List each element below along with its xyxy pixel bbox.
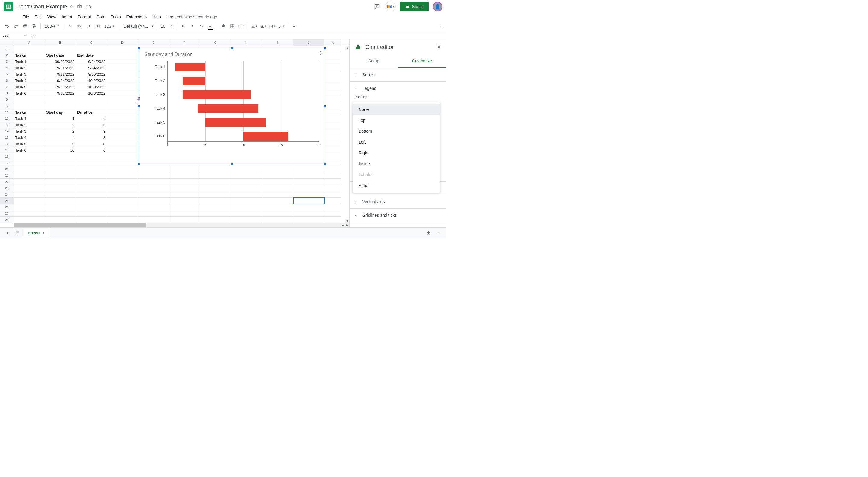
dropdown-option[interactable]: Right [352, 147, 440, 158]
row-header[interactable]: 9 [0, 96, 14, 103]
cell[interactable] [14, 185, 45, 191]
cell[interactable] [324, 109, 341, 116]
dropdown-option[interactable]: None [352, 104, 440, 115]
cell[interactable] [262, 179, 293, 185]
borders-icon[interactable] [228, 22, 236, 30]
tab-setup[interactable]: Setup [350, 55, 398, 68]
sheet-tab[interactable]: Sheet1▼ [24, 229, 49, 237]
resize-handle[interactable] [231, 47, 233, 49]
row-header[interactable]: 2 [0, 52, 14, 59]
resize-handle[interactable] [231, 163, 233, 165]
cell[interactable] [76, 191, 107, 198]
undo-icon[interactable] [3, 22, 11, 30]
spreadsheet-grid[interactable]: ABCDEFGHIJK 12TasksStart dateEnd date3Ta… [0, 39, 350, 227]
meet-button[interactable]: ▾ [385, 2, 396, 11]
cell[interactable] [200, 166, 231, 173]
explore-icon[interactable] [424, 229, 433, 237]
dropdown-option[interactable]: Left [352, 137, 440, 147]
cell[interactable] [324, 191, 341, 198]
cell[interactable] [14, 166, 45, 173]
cell[interactable] [324, 210, 341, 217]
scroll-left-icon[interactable]: ◀ [341, 223, 345, 227]
row-header[interactable]: 13 [0, 122, 14, 128]
cell[interactable] [107, 147, 138, 153]
cell[interactable]: Task 1 [14, 59, 45, 65]
row-header[interactable]: 15 [0, 135, 14, 141]
cell[interactable] [324, 204, 341, 210]
cell[interactable] [231, 179, 262, 185]
row-header[interactable]: 11 [0, 109, 14, 116]
menu-view[interactable]: View [45, 14, 59, 20]
cell[interactable] [293, 198, 324, 204]
dropdown-option[interactable]: Bottom [352, 126, 440, 137]
chart-menu-icon[interactable]: ⋮ [318, 50, 323, 56]
cell[interactable] [324, 147, 341, 153]
row-header[interactable]: 7 [0, 84, 14, 90]
cell[interactable]: 10 [45, 147, 76, 153]
cell[interactable] [324, 179, 341, 185]
cell[interactable] [14, 96, 45, 103]
cell[interactable] [45, 166, 76, 173]
star-icon[interactable]: ☆ [70, 4, 73, 9]
row-header[interactable]: 14 [0, 128, 14, 135]
cell[interactable] [324, 78, 341, 84]
cell[interactable] [262, 191, 293, 198]
cell[interactable] [45, 173, 76, 179]
cell[interactable]: Task 6 [14, 90, 45, 96]
cell[interactable] [169, 185, 200, 191]
cell[interactable] [169, 173, 200, 179]
cell[interactable]: 9/25/2022 [45, 84, 76, 90]
tab-customize[interactable]: Customize [398, 55, 446, 68]
column-header[interactable]: H [231, 39, 262, 46]
cell[interactable]: 9/24/2022 [45, 78, 76, 84]
last-edit-link[interactable]: Last edit was seconds ago [167, 14, 217, 19]
cell[interactable] [107, 65, 138, 71]
resize-handle[interactable] [324, 163, 326, 165]
cell[interactable] [324, 128, 341, 135]
more-icon[interactable]: ⋯ [290, 22, 299, 30]
row-header[interactable]: 4 [0, 65, 14, 71]
cell[interactable] [45, 179, 76, 185]
row-header[interactable]: 12 [0, 116, 14, 122]
cell[interactable]: Task 3 [14, 128, 45, 135]
row-header[interactable]: 18 [0, 153, 14, 160]
print-icon[interactable] [21, 22, 29, 30]
cell[interactable] [14, 160, 45, 166]
cell[interactable] [76, 160, 107, 166]
cell[interactable] [324, 84, 341, 90]
cell[interactable] [262, 210, 293, 217]
cell[interactable]: 9/24/2022 [76, 59, 107, 65]
cell[interactable] [14, 217, 45, 223]
cell[interactable] [231, 191, 262, 198]
cell[interactable]: End date [76, 52, 107, 59]
embedded-chart[interactable]: ⋮ Start day and Duration Tasks 05101520T… [138, 48, 326, 164]
cell[interactable]: 8 [76, 141, 107, 147]
cell[interactable] [293, 191, 324, 198]
cell[interactable] [107, 90, 138, 96]
name-box[interactable]: J25▼ [0, 32, 29, 39]
add-sheet-icon[interactable]: ＋ [3, 229, 11, 237]
dropdown-option[interactable]: Inside [352, 158, 440, 169]
cell[interactable] [107, 116, 138, 122]
cell[interactable] [262, 166, 293, 173]
cell[interactable] [14, 204, 45, 210]
cell[interactable]: Start day [45, 109, 76, 116]
cell[interactable] [45, 191, 76, 198]
font-select[interactable]: Default (Ari... [122, 23, 150, 30]
cell[interactable] [200, 198, 231, 204]
cell[interactable] [107, 103, 138, 109]
menu-help[interactable]: Help [150, 14, 163, 20]
cell[interactable]: 10/2/2022 [76, 78, 107, 84]
cell[interactable]: 9/24/2022 [76, 65, 107, 71]
cell[interactable] [324, 52, 341, 59]
legend-position-dropdown[interactable]: NoneTopBottomLeftRightInsideLabeledAuto [352, 102, 440, 193]
menu-extensions[interactable]: Extensions [124, 14, 149, 20]
document-title[interactable]: Gantt Chart Example [16, 4, 67, 10]
scroll-right-icon[interactable]: ▶ [345, 223, 349, 227]
cell[interactable] [138, 217, 169, 223]
cell[interactable] [169, 217, 200, 223]
cell[interactable] [76, 166, 107, 173]
cell[interactable] [76, 179, 107, 185]
cell[interactable] [324, 160, 341, 166]
cell[interactable] [45, 198, 76, 204]
